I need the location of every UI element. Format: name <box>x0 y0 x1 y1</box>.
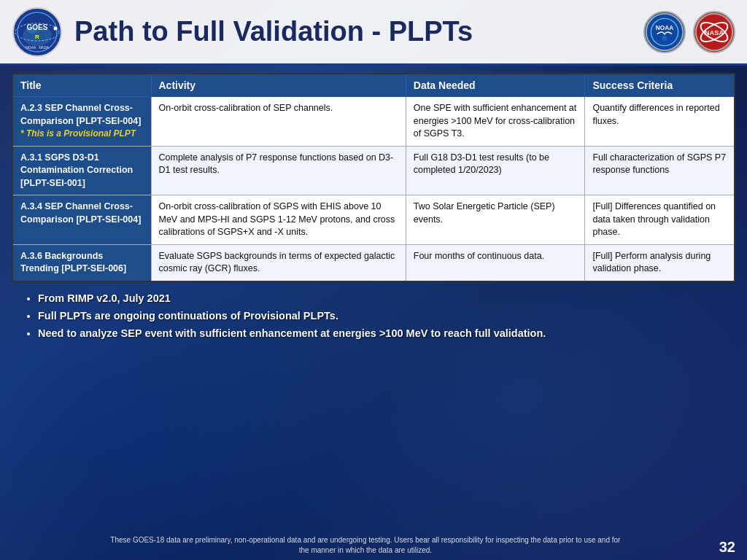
svg-text:GOES: GOES <box>27 23 48 31</box>
svg-point-9 <box>646 13 683 50</box>
table-cell-activity: Evaluate SGPS backgrounds in terms of ex… <box>151 244 406 281</box>
bullet-section: From RIMP v2.0, July 2021Full PLPTs are … <box>12 288 735 347</box>
table-cell-success-criteria: [Full] Perform analysis during validatio… <box>585 244 735 281</box>
col-header-activity: Activity <box>151 74 406 97</box>
col-header-title: Title <box>12 74 151 97</box>
svg-point-12 <box>662 35 667 40</box>
table-cell-data-needed: One SPE with sufficient enhancement at e… <box>406 97 585 147</box>
bullet-item: Full PLPTs are ongoing continuations of … <box>38 308 735 323</box>
svg-text:NOAA · NASA: NOAA · NASA <box>26 45 49 50</box>
table-cell-success-criteria: Full characterization of SGPS P7 respons… <box>585 146 735 195</box>
goes-logo: GOES R NOAA · NASA <box>12 7 63 58</box>
table-cell-title: A.3.4 SEP Channel Cross-Comparison [PLPT… <box>12 195 151 245</box>
svg-text:R: R <box>35 34 39 40</box>
table-row: A.3.1 SGPS D3-D1 Contamination Correctio… <box>12 146 735 195</box>
table-cell-data-needed: Four months of continuous data. <box>406 244 585 281</box>
col-header-data-needed: Data Needed <box>406 74 585 97</box>
table-header-row: Title Activity Data Needed Success Crite… <box>12 74 735 97</box>
table-cell-data-needed: Two Solar Energetic Particle (SEP) event… <box>406 195 585 245</box>
main-content: Title Activity Data Needed Success Crite… <box>0 66 747 532</box>
table-row: A.3.4 SEP Channel Cross-Comparison [PLPT… <box>12 195 735 245</box>
svg-point-8 <box>54 26 58 30</box>
svg-text:NASA: NASA <box>705 28 724 36</box>
page-number: 32 <box>719 539 735 556</box>
bullet-item: From RIMP v2.0, July 2021 <box>38 291 735 306</box>
slide-footer: These GOES-18 data are preliminary, non-… <box>0 532 747 560</box>
col-header-success-criteria: Success Criteria <box>585 74 735 97</box>
table-row: A.3.6 Backgrounds Trending [PLPT-SEI-006… <box>12 244 735 281</box>
header-logos: NOAA NASA <box>643 11 735 53</box>
page-title: Path to Full Validation - PLPTs <box>74 16 643 47</box>
nasa-logo: NASA <box>693 11 735 53</box>
table-cell-activity: On-orbit cross-calibration of SGPS with … <box>151 195 406 245</box>
table-cell-success-criteria: Quantify differences in reported fluxes. <box>585 97 735 147</box>
bullet-item: Need to analyze SEP event with sufficien… <box>38 326 735 341</box>
table-cell-title: A.2.3 SEP Channel Cross-Comparison [PLPT… <box>12 97 151 147</box>
table-cell-title: A.3.1 SGPS D3-D1 Contamination Correctio… <box>12 146 151 195</box>
svg-text:NOAA: NOAA <box>656 24 674 31</box>
noaa-logo: NOAA <box>643 11 686 53</box>
slide-header: GOES R NOAA · NASA Path to Full Validati… <box>0 0 747 66</box>
table-cell-activity: Complete analysis of P7 response functio… <box>151 146 406 195</box>
disclaimer-text: These GOES-18 data are preliminary, non-… <box>110 535 621 556</box>
table-cell-data-needed: Full G18 D3-D1 test results (to be compl… <box>406 146 585 195</box>
table-row: A.2.3 SEP Channel Cross-Comparison [PLPT… <box>12 97 735 147</box>
table-cell-activity: On-orbit cross-calibration of SEP channe… <box>151 97 406 147</box>
table-cell-success-criteria: [Full] Differences quantified on data ta… <box>585 195 735 245</box>
plpt-table: Title Activity Data Needed Success Crite… <box>12 73 735 282</box>
table-cell-title: A.3.6 Backgrounds Trending [PLPT-SEI-006… <box>12 244 151 281</box>
